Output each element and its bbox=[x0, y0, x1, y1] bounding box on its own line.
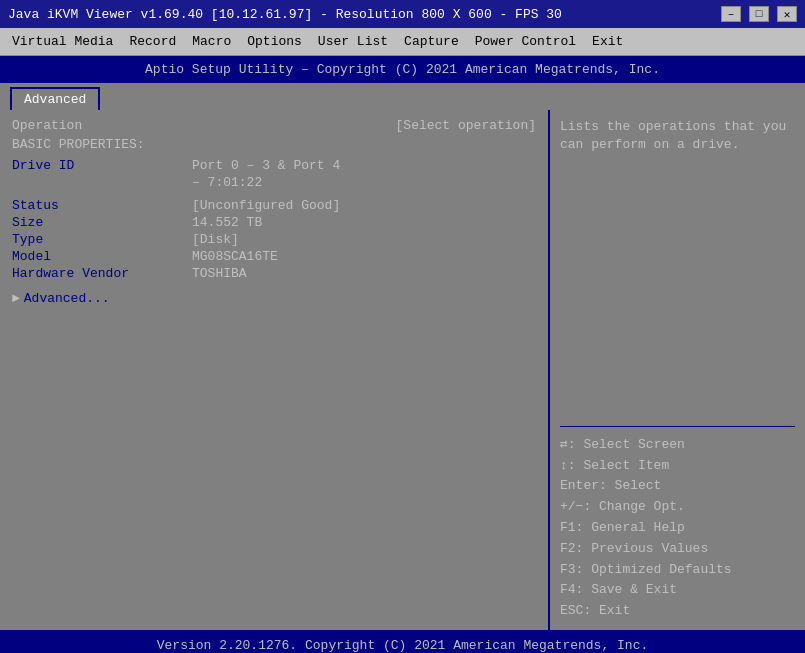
field-size: Size 14.552 TB bbox=[12, 215, 536, 230]
aptio-title: Aptio Setup Utility – Copyright (C) 2021… bbox=[145, 62, 660, 77]
field-type: Type [Disk] bbox=[12, 232, 536, 247]
menu-macro[interactable]: Macro bbox=[184, 32, 239, 51]
shortcut-esc: ESC: Exit bbox=[560, 601, 795, 622]
drive-id-label: Drive ID bbox=[12, 158, 192, 173]
menu-user-list[interactable]: User List bbox=[310, 32, 396, 51]
right-panel: Lists the operations that you can perfor… bbox=[550, 110, 805, 630]
footer-text: Version 2.20.1276. Copyright (C) 2021 Am… bbox=[157, 638, 648, 653]
operation-label: Operation bbox=[12, 118, 82, 133]
size-label: Size bbox=[12, 215, 192, 230]
advanced-label: Advanced... bbox=[24, 291, 110, 306]
status-label: Status bbox=[12, 198, 192, 213]
operation-value: [Select operation] bbox=[396, 118, 536, 133]
menu-capture[interactable]: Capture bbox=[396, 32, 467, 51]
left-panel: Operation [Select operation] BASIC PROPE… bbox=[0, 110, 550, 630]
title-bar: Java iKVM Viewer v1.69.40 [10.12.61.97] … bbox=[0, 0, 805, 28]
drive-id-value: Port 0 – 3 & Port 4 bbox=[192, 158, 340, 173]
arrow-right-icon: ► bbox=[12, 291, 20, 306]
field-drive-id: Drive ID Port 0 – 3 & Port 4 bbox=[12, 158, 536, 173]
advanced-link[interactable]: ► Advanced... bbox=[12, 291, 536, 306]
shortcut-enter: Enter: Select bbox=[560, 476, 795, 497]
type-label: Type bbox=[12, 232, 192, 247]
menu-options[interactable]: Options bbox=[239, 32, 310, 51]
main-content: Aptio Setup Utility – Copyright (C) 2021… bbox=[0, 56, 805, 630]
drive-id-label-empty bbox=[12, 175, 192, 190]
type-value: [Disk] bbox=[192, 232, 239, 247]
field-model: Model MG08SCA16TE bbox=[12, 249, 536, 264]
close-button[interactable]: ✕ bbox=[777, 6, 797, 22]
title-bar-controls: – □ ✕ bbox=[721, 6, 797, 22]
aptio-header: Aptio Setup Utility – Copyright (C) 2021… bbox=[0, 56, 805, 83]
help-text: Lists the operations that you can perfor… bbox=[560, 118, 795, 154]
operation-row: Operation [Select operation] bbox=[12, 118, 536, 133]
shortcut-f4: F4: Save & Exit bbox=[560, 580, 795, 601]
maximize-button[interactable]: □ bbox=[749, 6, 769, 22]
field-hardware-vendor: Hardware Vendor TOSHIBA bbox=[12, 266, 536, 281]
shortcut-f3: F3: Optimized Defaults bbox=[560, 560, 795, 581]
model-label: Model bbox=[12, 249, 192, 264]
field-status: Status [Unconfigured Good] bbox=[12, 198, 536, 213]
footer: Version 2.20.1276. Copyright (C) 2021 Am… bbox=[0, 630, 805, 653]
menu-power-control[interactable]: Power Control bbox=[467, 32, 584, 51]
hardware-vendor-value: TOSHIBA bbox=[192, 266, 247, 281]
tab-bar: Advanced bbox=[0, 83, 805, 110]
shortcut-change-opt: +/−: Change Opt. bbox=[560, 497, 795, 518]
tab-advanced-label: Advanced bbox=[24, 92, 86, 107]
shortcut-select-screen: ⇄: Select Screen bbox=[560, 435, 795, 456]
size-value: 14.552 TB bbox=[192, 215, 262, 230]
menu-exit[interactable]: Exit bbox=[584, 32, 631, 51]
menu-record[interactable]: Record bbox=[121, 32, 184, 51]
status-value: [Unconfigured Good] bbox=[192, 198, 340, 213]
field-drive-id-cont: – 7:01:22 bbox=[12, 175, 536, 190]
drive-id-value-cont: – 7:01:22 bbox=[192, 175, 262, 190]
minimize-button[interactable]: – bbox=[721, 6, 741, 22]
shortcut-f2: F2: Previous Values bbox=[560, 539, 795, 560]
model-value: MG08SCA16TE bbox=[192, 249, 278, 264]
menu-bar: Virtual Media Record Macro Options User … bbox=[0, 28, 805, 56]
basic-properties-header: BASIC PROPERTIES: bbox=[12, 137, 536, 152]
shortcut-f1: F1: General Help bbox=[560, 518, 795, 539]
tab-advanced[interactable]: Advanced bbox=[10, 87, 100, 110]
menu-virtual-media[interactable]: Virtual Media bbox=[4, 32, 121, 51]
hardware-vendor-label: Hardware Vendor bbox=[12, 266, 192, 281]
shortcut-list: ⇄: Select Screen ↕: Select Item Enter: S… bbox=[560, 426, 795, 622]
panels: Operation [Select operation] BASIC PROPE… bbox=[0, 110, 805, 630]
title-text: Java iKVM Viewer v1.69.40 [10.12.61.97] … bbox=[8, 7, 562, 22]
shortcut-select-item: ↕: Select Item bbox=[560, 456, 795, 477]
